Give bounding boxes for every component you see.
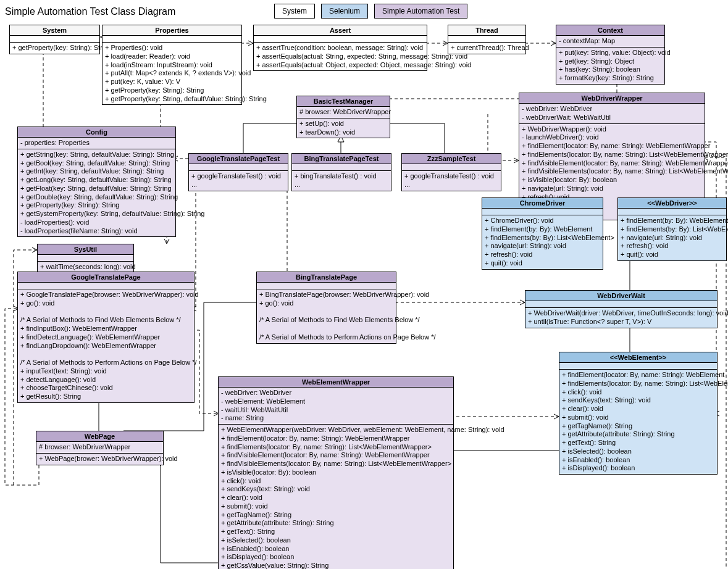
methods: + BingTranslatePage(browser: WebDriverWr… (257, 289, 396, 343)
legend-system: System (274, 4, 315, 19)
class-name: Assert (254, 25, 427, 36)
attributes-empty (618, 209, 726, 215)
methods: + findElement(by: By): WebElement + find… (618, 215, 726, 260)
methods: + assertTrue(condition: boolean, message… (254, 43, 427, 70)
class-name: ZzzSampleTest (402, 154, 501, 164)
attributes: - properties: Properties (18, 138, 175, 149)
attributes-empty (292, 164, 391, 171)
attributes-empty (257, 283, 396, 289)
legend: System Selenium Simple Automation Test (274, 4, 467, 19)
attributes-empty (38, 255, 133, 262)
attributes-empty (18, 283, 194, 289)
class-name: BasicTestManager (297, 96, 390, 107)
class-webdriver: <<WebDriver>>+ findElement(by: By): WebE… (617, 197, 727, 261)
class-ztest: ZzzSampleTest+ googleTranslateTest() : v… (401, 153, 501, 191)
methods: + findElement(locator: By, name: String)… (559, 370, 717, 474)
methods: + googleTranslateTest() : void ... (189, 171, 288, 191)
attributes-empty (559, 363, 717, 370)
attributes-empty (448, 36, 525, 43)
class-wew: WebElementWrapper- webDriver: WebDriver … (218, 376, 454, 569)
class-name: Context (556, 25, 664, 36)
class-chrome: ChromeDriver+ ChromeDriver(): void + fin… (482, 197, 603, 270)
class-thread: Thread+ currentThread(): Thread (448, 25, 526, 54)
class-gtest: GoogleTranslatePageTest+ googleTranslate… (188, 153, 288, 191)
class-assert: Assert+ assertTrue(condition: boolean, m… (253, 25, 427, 71)
class-webpage: WebPage# browser: WebDriverWrapper+ WebP… (36, 431, 164, 465)
class-name: WebElementWrapper (219, 377, 453, 388)
class-name: Thread (448, 25, 525, 36)
class-properties: Properties+ Properties(): void + load(re… (102, 25, 242, 105)
class-context: Context- contextMap: Map+ put(key: Strin… (556, 25, 665, 85)
attributes-empty (103, 36, 241, 43)
methods: + GoogleTranslatePage(browser: WebDriver… (18, 289, 194, 402)
class-btpage: BingTranslatePage+ BingTranslatePage(bro… (256, 272, 396, 344)
class-name: Config (18, 127, 175, 138)
methods: + getProperty(key: String): String (10, 43, 99, 54)
class-name: System (10, 25, 99, 36)
class-name: SysUtil (38, 244, 133, 255)
class-name: BingTranslatePage (257, 272, 396, 283)
attributes: - webDriver: WebDriver - webDriverWait: … (519, 104, 705, 124)
class-name: ChromeDriver (482, 198, 603, 209)
methods: + put(key: String, value: Object): void … (556, 48, 664, 84)
attributes-empty (525, 301, 717, 308)
methods: + WebPage(brower: WebDriverWrapper): voi… (36, 454, 163, 465)
methods: + setUp(): void + tearDown(): void (297, 118, 390, 138)
attributes: - contextMap: Map (556, 36, 664, 48)
attributes-empty (10, 36, 99, 43)
attributes-empty (254, 36, 427, 43)
legend-simple: Simple Automation Test (374, 4, 467, 19)
class-name: BingTranslatePageTest (292, 154, 391, 164)
attributes-empty (189, 164, 288, 171)
methods: + ChromeDriver(): void + findElement(by:… (482, 215, 603, 269)
class-name: GoogleTranslatePageTest (189, 154, 288, 164)
class-btest: BingTranslatePageTest+ bingTranslateTest… (291, 153, 391, 191)
methods: + currentThread(): Thread (448, 43, 525, 54)
methods: + WebElementWrapper(webDriver: WebDriver… (219, 425, 453, 569)
methods: + bingTranslateTest() : void ... (292, 171, 391, 191)
class-name: GoogleTranslatePage (18, 272, 194, 283)
class-wdwait: WebDriverWait+ WebDriverWait(driver: Web… (525, 290, 718, 328)
class-btm: BasicTestManager# browser: WebDriverWrap… (296, 96, 390, 138)
class-name: <<WebDriver>> (618, 198, 726, 209)
class-webelement: <<WebElement>>+ findElement(locator: By,… (559, 352, 718, 475)
methods: + WebDriverWait(driver: WebDriver, timeO… (525, 308, 717, 328)
class-gtpage: GoogleTranslatePage+ GoogleTranslatePage… (17, 272, 195, 403)
class-name: WebDriverWrapper (519, 93, 705, 104)
methods: + getString(key: String, defaultValue: S… (18, 149, 175, 237)
class-name: <<WebElement>> (559, 352, 717, 363)
attributes-empty (402, 164, 501, 171)
attributes: # browser: WebDriverWrapper (36, 442, 163, 454)
methods: + googleTranslateTest() : void ... (402, 171, 501, 191)
class-config: Config- properties: Properties+ getStrin… (17, 127, 176, 237)
class-name: WebDriverWait (525, 291, 717, 301)
class-sysutil: SysUtil+ waitTime(seconds: long): void (37, 244, 134, 273)
methods: + Properties(): void + load(reader: Read… (103, 43, 241, 104)
attributes-empty (482, 209, 603, 215)
class-system: System+ getProperty(key: String): String (9, 25, 100, 54)
class-name: WebPage (36, 431, 163, 442)
legend-selenium: Selenium (321, 4, 368, 19)
attributes: - webDriver: WebDriver - webElement: Web… (219, 388, 453, 425)
class-name: Properties (103, 25, 241, 36)
attributes: # browser: WebDriverWrapper (297, 107, 390, 118)
diagram-title: Simple Automation Test Class Diagram (5, 6, 175, 17)
